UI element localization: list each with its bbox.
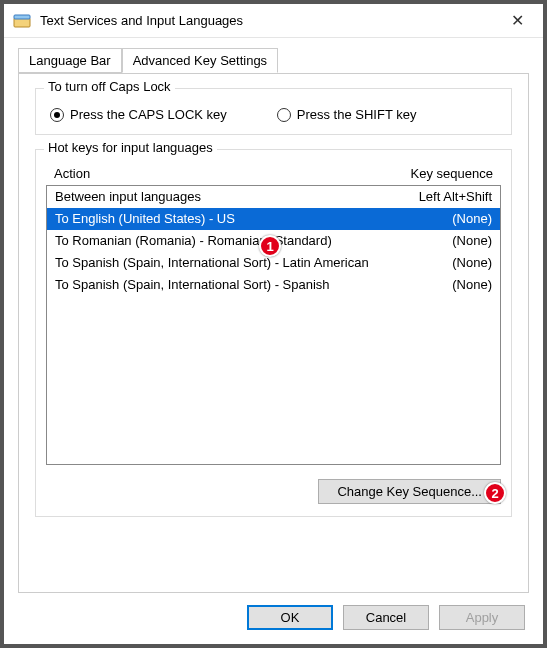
hotkeys-row-key: Left Alt+Shift: [382, 188, 492, 206]
hotkeys-row-action: To Spanish (Spain, International Sort) -…: [55, 254, 382, 272]
hotkeys-header-row: Action Key sequence: [46, 164, 501, 185]
window-title: Text Services and Input Languages: [40, 13, 497, 28]
tabstrip: Language BarAdvanced Key Settings: [18, 48, 529, 74]
column-header-action: Action: [54, 166, 373, 181]
radio-press-caps-lock[interactable]: Press the CAPS LOCK key: [50, 107, 227, 122]
hotkeys-row-key: (None): [382, 210, 492, 228]
hotkeys-row-action: To Spanish (Spain, International Sort) -…: [55, 276, 382, 294]
hotkeys-row[interactable]: To Spanish (Spain, International Sort) -…: [47, 252, 500, 274]
svg-rect-1: [14, 15, 30, 19]
hotkeys-row[interactable]: To Romanian (Romania) - Romanian (Standa…: [47, 230, 500, 252]
cancel-button[interactable]: Cancel: [343, 605, 429, 630]
hotkeys-row[interactable]: To Spanish (Spain, International Sort) -…: [47, 274, 500, 296]
hotkeys-row-key: (None): [382, 276, 492, 294]
dialog-button-strip: OK Cancel Apply: [4, 593, 543, 630]
annotation-badge-2: 2: [484, 482, 506, 504]
change-key-sequence-button[interactable]: Change Key Sequence... 2: [318, 479, 501, 504]
app-icon: [12, 11, 32, 31]
radio-label: Press the SHIFT key: [297, 107, 417, 122]
group-hotkeys: Hot keys for input languages Action Key …: [35, 149, 512, 517]
radio-label: Press the CAPS LOCK key: [70, 107, 227, 122]
hotkeys-row-action: Between input languages: [55, 188, 382, 206]
radio-icon: [277, 108, 291, 122]
ok-button[interactable]: OK: [247, 605, 333, 630]
hotkeys-listbox[interactable]: Between input languagesLeft Alt+ShiftTo …: [46, 185, 501, 465]
button-label: Change Key Sequence...: [337, 484, 482, 499]
close-button[interactable]: ✕: [497, 11, 537, 30]
group-caps-lock: To turn off Caps Lock Press the CAPS LOC…: [35, 88, 512, 135]
hotkeys-row-key: (None): [382, 254, 492, 272]
tab-advanced-key-settings[interactable]: Advanced Key Settings: [122, 48, 278, 73]
tab-language-bar[interactable]: Language Bar: [18, 48, 122, 73]
column-header-key-sequence: Key sequence: [373, 166, 493, 181]
group-hotkeys-title: Hot keys for input languages: [44, 140, 217, 155]
hotkeys-row[interactable]: To English (United States) - US(None): [47, 208, 500, 230]
hotkeys-row[interactable]: Between input languagesLeft Alt+Shift: [47, 186, 500, 208]
radio-icon: [50, 108, 64, 122]
hotkeys-row-action: To Romanian (Romania) - Romanian (Standa…: [55, 232, 382, 250]
tab-panel-advanced: To turn off Caps Lock Press the CAPS LOC…: [18, 73, 529, 593]
hotkeys-row-action: To English (United States) - US: [55, 210, 382, 228]
titlebar: Text Services and Input Languages ✕: [4, 4, 543, 38]
radio-press-shift[interactable]: Press the SHIFT key: [277, 107, 417, 122]
hotkeys-row-key: (None): [382, 232, 492, 250]
apply-button[interactable]: Apply: [439, 605, 525, 630]
group-caps-lock-title: To turn off Caps Lock: [44, 79, 175, 94]
